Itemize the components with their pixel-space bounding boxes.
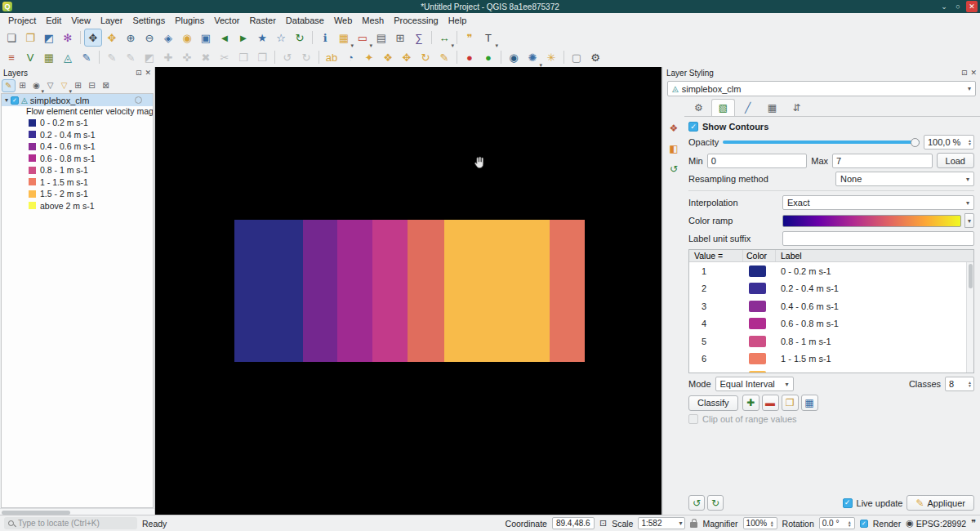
legend-item[interactable]: above 2 m s-1 xyxy=(2,200,153,212)
color-cell[interactable] xyxy=(743,318,776,329)
style-undo-icon[interactable]: ↺ xyxy=(688,495,705,511)
value-cell[interactable]: 4 xyxy=(689,319,743,328)
color-table-row[interactable]: 50.8 - 1 m s-1 xyxy=(689,332,973,350)
classes-spinbox[interactable]: 8 ▲▼ xyxy=(945,377,974,391)
label-cell[interactable]: 1 - 1.5 m s-1 xyxy=(776,354,973,364)
menu-vector[interactable]: Vector xyxy=(209,15,244,26)
zoom-full-extent-icon[interactable]: ◈ xyxy=(159,29,177,47)
green-circle-icon[interactable]: ● xyxy=(479,48,497,66)
plugins-icon[interactable]: ✺▾ xyxy=(523,48,541,66)
filter-legend-icon[interactable]: ▽ xyxy=(43,79,57,92)
remove-layer-icon[interactable]: ⊠ xyxy=(99,79,113,92)
zoom-to-selection-icon[interactable]: ◉ xyxy=(178,29,196,47)
map-canvas[interactable] xyxy=(155,67,662,515)
field-calculator-icon[interactable]: ⊞ xyxy=(391,29,409,47)
style-redo-icon[interactable]: ↻ xyxy=(707,495,724,511)
opacity-slider-handle[interactable] xyxy=(911,138,920,147)
rotation-spinbox[interactable]: 0.0 ° ▲▼ xyxy=(819,517,855,529)
style-manager-icon[interactable]: ✻ xyxy=(59,29,77,47)
collapse-all-icon[interactable]: ⊟ xyxy=(85,79,99,92)
color-table-row[interactable]: 40.6 - 0.8 m s-1 xyxy=(689,315,973,333)
show-bookmarks-icon[interactable]: ☆ xyxy=(272,29,290,47)
min-input[interactable]: 0 xyxy=(707,154,808,168)
add-delimited-text-icon[interactable]: ✎ xyxy=(78,48,96,66)
color-ramp-menu-arrow[interactable]: ▾ xyxy=(964,213,974,228)
float-panel-icon[interactable]: ⊡ xyxy=(136,69,142,77)
menu-view[interactable]: View xyxy=(66,15,96,26)
label-cell[interactable]: 0 - 0.2 m s-1 xyxy=(776,266,973,276)
open-attribute-table-icon[interactable]: ▤ xyxy=(372,29,390,47)
layer-diagram-icon[interactable]: ◔ xyxy=(341,48,359,66)
text-annotation-icon[interactable]: T▾ xyxy=(479,29,497,47)
color-cell[interactable] xyxy=(743,283,776,294)
open-layer-styling-icon[interactable]: ✎ xyxy=(2,79,16,92)
settings-tab-icon[interactable]: ⚙ xyxy=(687,99,710,116)
legend-item[interactable]: 0.2 - 0.4 m s-1 xyxy=(2,129,153,141)
zoom-out-icon[interactable]: ⊖ xyxy=(140,29,158,47)
menu-web[interactable]: Web xyxy=(329,15,357,26)
spin-arrows-icon[interactable]: ▲▼ xyxy=(848,520,852,527)
filter-by-expression-icon[interactable]: ▽▾ xyxy=(57,79,71,92)
new-project-icon[interactable]: ❏ xyxy=(2,29,20,47)
3d-view-tab-icon[interactable]: ◧ xyxy=(666,141,682,157)
render-checkbox[interactable]: ✓ xyxy=(860,520,868,528)
select-features-icon[interactable]: ▦▾ xyxy=(335,29,353,47)
menu-plugins[interactable]: Plugins xyxy=(170,15,209,26)
layer-labeling-icon[interactable]: ab xyxy=(323,48,341,66)
color-table-row[interactable]: 30.4 - 0.6 m s-1 xyxy=(689,297,973,315)
value-cell[interactable]: 6 xyxy=(689,354,743,364)
label-cell[interactable]: 0.6 - 0.8 m s-1 xyxy=(776,319,973,328)
hscrollbar-thumb[interactable] xyxy=(2,511,70,515)
menu-help[interactable]: Help xyxy=(443,15,472,26)
open-project-icon[interactable]: ❐ xyxy=(21,29,39,47)
paste-style-icon[interactable]: ▢ xyxy=(568,48,586,66)
zoom-last-icon[interactable]: ◄ xyxy=(216,29,234,47)
map-tips-icon[interactable]: ❞ xyxy=(461,29,479,47)
color-column-header[interactable]: Color xyxy=(743,250,776,261)
label-cell[interactable]: 0.4 - 0.6 m s-1 xyxy=(776,301,973,311)
color-cell[interactable] xyxy=(743,353,776,364)
measure-icon[interactable]: ↔▾ xyxy=(435,29,453,47)
value-column-header[interactable]: Value = xyxy=(689,250,743,261)
remove-value-icon[interactable]: ▬ xyxy=(762,395,779,411)
contours-tab-icon[interactable]: ▧ xyxy=(711,99,735,116)
vectors-tab-icon[interactable]: ╱ xyxy=(736,99,760,116)
add-mesh-layer-icon[interactable]: ◬ xyxy=(59,48,77,66)
layer-indicator-icon[interactable] xyxy=(135,96,142,104)
label-cell[interactable]: 0.8 - 1 m s-1 xyxy=(776,337,973,346)
identify-features-icon[interactable]: ℹ xyxy=(316,29,334,47)
resampling-method-combo[interactable]: None ▾ xyxy=(835,172,974,186)
add-group-icon[interactable]: ⊞ xyxy=(16,79,29,92)
averaging-tab-icon[interactable]: ⇵ xyxy=(785,99,808,116)
processing-toolbox-icon[interactable]: ✳ xyxy=(542,48,560,66)
manage-map-themes-icon[interactable]: ◉▾ xyxy=(29,79,43,92)
rotate-label-icon[interactable]: ↻ xyxy=(416,48,434,66)
label-cell[interactable]: 1.5 - 2 m s-1 xyxy=(776,372,973,373)
pan-to-selection-icon[interactable]: ✥ xyxy=(103,29,121,47)
color-ramp-preview[interactable] xyxy=(782,215,961,227)
value-cell[interactable]: 1 xyxy=(689,266,743,276)
legend-item[interactable]: 1.5 - 2 m s-1 xyxy=(2,188,153,200)
value-cell[interactable]: 5 xyxy=(689,337,743,346)
classify-button[interactable]: Classify xyxy=(688,395,738,411)
value-cell[interactable]: 7 xyxy=(689,372,743,373)
value-cell[interactable]: 3 xyxy=(689,301,743,311)
load-button[interactable]: Load xyxy=(937,153,974,168)
red-circle-icon[interactable]: ● xyxy=(461,48,479,66)
layer-visibility-checkbox[interactable]: ✓ xyxy=(11,96,19,105)
color-cell[interactable] xyxy=(743,371,776,373)
maximize-window-icon[interactable]: ○ xyxy=(952,1,964,12)
color-table-row[interactable]: 20.2 - 0.4 m s-1 xyxy=(689,280,973,298)
color-cell[interactable] xyxy=(743,301,776,312)
color-table-row[interactable]: 71.5 - 2 m s-1 xyxy=(689,368,973,373)
layer-item-simplebox-clm[interactable]: ▾ ✓ ◬ simplebox_clm xyxy=(2,94,153,106)
expand-all-icon[interactable]: ⊞ xyxy=(71,79,85,92)
color-table-row[interactable]: 10 - 0.2 m s-1 xyxy=(689,262,973,280)
history-tab-icon[interactable]: ↺ xyxy=(666,161,682,177)
live-update-checkbox[interactable]: ✓ xyxy=(843,498,853,508)
lock-scale-icon[interactable] xyxy=(690,522,697,528)
shade-window-icon[interactable]: ⌄ xyxy=(938,1,950,12)
pan-map-icon[interactable]: ✥ xyxy=(84,29,102,47)
pin-labels-icon[interactable]: ✦ xyxy=(360,48,378,66)
options-icon[interactable]: ⚙ xyxy=(586,48,604,66)
